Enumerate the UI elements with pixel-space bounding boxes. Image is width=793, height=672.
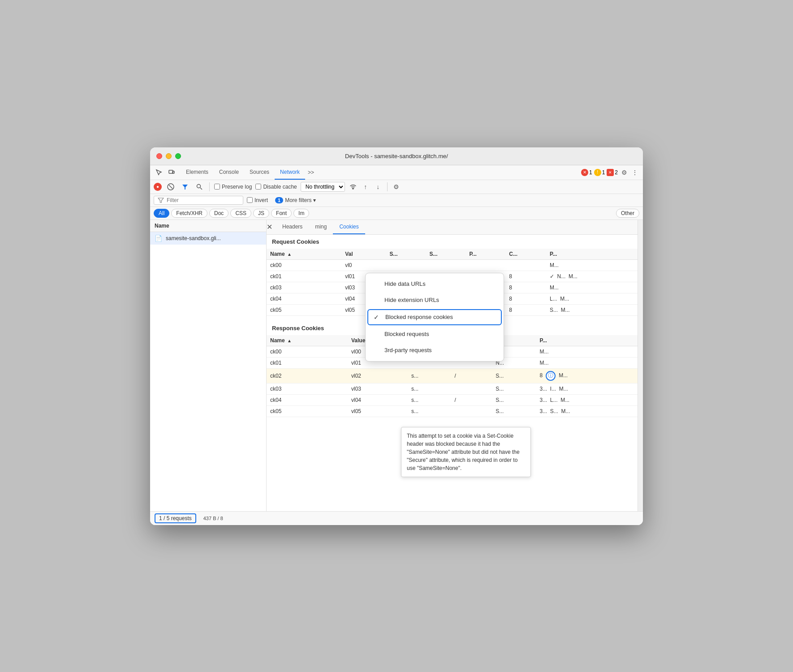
cookie-tooltip: This attempt to set a cookie via a Set-C… xyxy=(401,427,531,477)
col-s2[interactable]: S... xyxy=(426,249,465,260)
col-s1[interactable]: S... xyxy=(386,249,426,260)
table-row[interactable]: ck05 vl05 s... S... 3... S... M... xyxy=(267,405,638,417)
wifi-icon[interactable] xyxy=(349,182,358,191)
invert-label[interactable]: Invert xyxy=(247,197,268,203)
cell-name: ck01 xyxy=(267,271,341,282)
table-row[interactable]: ck03 vl03 s... S... 3... I... M... xyxy=(267,383,638,394)
close-button[interactable] xyxy=(156,153,162,159)
cell-name: ck04 xyxy=(267,293,341,304)
dropdown-item-blocked-req[interactable]: Blocked requests xyxy=(366,326,504,342)
tab-network[interactable]: Network xyxy=(275,165,305,180)
cell-name: ck00 xyxy=(267,346,348,357)
minimize-button[interactable] xyxy=(166,153,172,159)
separator xyxy=(209,182,210,191)
type-filter-all[interactable]: All xyxy=(154,209,169,218)
table-row-highlighted[interactable]: ck02 vl02 s... / S... 8 ⓘ M... xyxy=(267,368,638,383)
type-filter-img[interactable]: Im xyxy=(293,209,309,218)
svg-point-5 xyxy=(197,184,201,188)
type-filter-doc[interactable]: Doc xyxy=(209,209,228,218)
table-header-row: Name ▲ Val S... S... P... C... P... xyxy=(267,249,638,260)
disable-cache-label[interactable]: Disable cache xyxy=(255,184,297,190)
col-val[interactable]: Val xyxy=(341,249,386,260)
dropdown-item-blocked-response[interactable]: ✓ Blocked response cookies xyxy=(367,309,502,325)
separator2 xyxy=(387,182,388,191)
type-filter-other[interactable]: Other xyxy=(616,209,639,218)
check-empty2 xyxy=(373,297,380,304)
col-p2[interactable]: P... xyxy=(546,249,638,260)
devtools-window: DevTools - samesite-sandbox.glitch.me/ E… xyxy=(150,147,643,525)
dropdown-item-hide-ext[interactable]: Hide extension URLs xyxy=(366,292,504,308)
info-badge: ✕ 2 xyxy=(607,169,618,176)
table-row[interactable]: ck00 vl0 M... xyxy=(267,259,638,271)
clear-button[interactable] xyxy=(165,182,176,191)
error-badge: ✕ 1 xyxy=(581,169,592,176)
type-filter-js[interactable]: JS xyxy=(253,209,269,218)
col-p[interactable]: P... xyxy=(465,249,505,260)
tab-more[interactable]: >> xyxy=(305,166,317,179)
preserve-log-label[interactable]: Preserve log xyxy=(214,184,252,190)
filter-input-wrap xyxy=(154,196,243,205)
cell-name: ck02 xyxy=(267,368,348,383)
close-detail-button[interactable]: ✕ xyxy=(267,224,272,231)
cell-name: ck01 xyxy=(267,357,348,368)
tab-headers[interactable]: Headers xyxy=(276,220,309,234)
tab-sources[interactable]: Sources xyxy=(244,165,275,180)
detail-tabs: ✕ Headers ming Cookies xyxy=(267,220,638,235)
type-filter-font[interactable]: Font xyxy=(271,209,292,218)
col-name[interactable]: Name ▲ xyxy=(267,335,348,346)
tab-timing[interactable]: ming xyxy=(309,220,333,234)
invert-checkbox[interactable] xyxy=(247,197,253,203)
devtools-body: Elements Console Sources Network >> ✕ 1 … xyxy=(150,165,643,525)
svg-rect-1 xyxy=(172,171,174,173)
cell-val: vl04 xyxy=(348,394,408,405)
cursor-icon[interactable] xyxy=(154,167,164,178)
dropdown-item-hide-data[interactable]: Hide data URLs xyxy=(366,276,504,292)
settings-icon[interactable]: ⚙ xyxy=(620,168,629,177)
network-settings-icon[interactable]: ⚙ xyxy=(392,182,401,191)
svg-line-3 xyxy=(169,185,172,189)
filter-button[interactable] xyxy=(180,182,190,191)
tab-cookies[interactable]: Cookies xyxy=(333,220,365,234)
info-icon-button[interactable]: ⓘ xyxy=(546,371,556,381)
filter-input[interactable] xyxy=(167,197,238,203)
more-icon[interactable]: ⋮ xyxy=(630,168,639,177)
request-list-header: Name xyxy=(150,220,266,232)
filter-funnel-icon xyxy=(158,197,164,203)
warning-badge: ! 1 xyxy=(594,169,605,176)
tab-elements[interactable]: Elements xyxy=(181,165,214,180)
disable-cache-checkbox[interactable] xyxy=(255,184,261,190)
filter-badge: 1 xyxy=(275,197,283,203)
table-row[interactable]: ck04 vl04 s... / S... 3... L... M... xyxy=(267,394,638,405)
col-name[interactable]: Name ▲ xyxy=(267,249,341,260)
throttle-select[interactable]: No throttling xyxy=(301,182,345,192)
requests-count: 1 / 5 requests xyxy=(155,513,196,523)
more-filters-button[interactable]: 1 More filters ▾ xyxy=(272,196,319,205)
dropdown-item-third-party[interactable]: 3rd-party requests xyxy=(366,342,504,358)
type-filter-row: All Fetch/XHR Doc CSS JS Font Im Other xyxy=(150,207,643,220)
device-icon[interactable] xyxy=(166,167,177,178)
stop-recording-button[interactable]: ● xyxy=(154,183,162,191)
type-filter-fetch[interactable]: Fetch/XHR xyxy=(171,209,207,218)
request-item-samesite[interactable]: 📄 samesite-sandbox.gli... xyxy=(150,232,266,245)
cell-name: ck05 xyxy=(267,304,341,315)
download-icon[interactable]: ↓ xyxy=(374,182,383,191)
search-button[interactable] xyxy=(194,182,205,191)
preserve-log-checkbox[interactable] xyxy=(214,184,220,190)
svg-marker-7 xyxy=(158,198,164,202)
maximize-button[interactable] xyxy=(175,153,181,159)
request-cookies-header: Request Cookies xyxy=(267,235,638,249)
cell-name: ck00 xyxy=(267,259,341,271)
scrollbar[interactable] xyxy=(638,220,643,511)
col-p2[interactable]: P... xyxy=(536,335,638,346)
cell-name: ck03 xyxy=(267,383,348,394)
filter-row: Invert 1 More filters ▾ xyxy=(150,194,643,207)
window-title: DevTools - samesite-sandbox.glitch.me/ xyxy=(345,153,448,159)
devtools-tabs: Elements Console Sources Network >> ✕ 1 … xyxy=(150,165,643,180)
cell-name: ck05 xyxy=(267,405,348,417)
check-empty xyxy=(373,280,380,288)
col-c[interactable]: C... xyxy=(505,249,546,260)
request-name: samesite-sandbox.gli... xyxy=(166,235,221,241)
upload-icon[interactable]: ↑ xyxy=(361,182,370,191)
tab-console[interactable]: Console xyxy=(214,165,244,180)
type-filter-css[interactable]: CSS xyxy=(230,209,251,218)
